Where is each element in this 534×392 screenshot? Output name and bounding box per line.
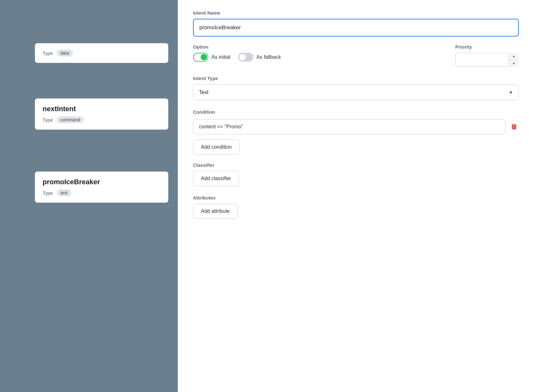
intent-name-label: Intent Name bbox=[193, 10, 519, 16]
intent-type-select[interactable]: Text Command Data Event bbox=[193, 84, 519, 100]
type-badge-2: command bbox=[57, 116, 84, 123]
type-label-1: Type bbox=[43, 51, 53, 56]
card-next-intent[interactable]: nextIntent Type command bbox=[0, 93, 178, 135]
intent-name-input[interactable] bbox=[193, 19, 519, 37]
as-fallback-label: As fallback bbox=[257, 54, 281, 60]
as-fallback-toggle-item: As fallback bbox=[238, 53, 281, 62]
priority-increment-button[interactable]: ▲ bbox=[509, 53, 519, 60]
add-condition-button[interactable]: Add condition bbox=[193, 139, 240, 155]
left-panel: Type data nextIntent Type command promoI… bbox=[0, 0, 178, 392]
as-initial-label: As initial bbox=[211, 54, 230, 60]
card-promo-ice-breaker[interactable]: promoIceBreaker Type text bbox=[0, 166, 178, 208]
right-panel: Intent Name Option As initial As fall bbox=[178, 0, 534, 392]
priority-decrement-button[interactable]: ▼ bbox=[509, 60, 519, 67]
option-label: Option bbox=[193, 44, 443, 50]
type-badge-3: text bbox=[57, 189, 72, 196]
as-initial-toggle[interactable] bbox=[193, 53, 208, 62]
card-data[interactable]: Type data bbox=[0, 38, 178, 68]
intent-type-label: Intent Type bbox=[193, 76, 519, 81]
type-badge-1: data bbox=[57, 50, 73, 57]
add-classifier-button[interactable]: Add classifier bbox=[193, 171, 239, 186]
attributes-label: Attributes bbox=[193, 195, 519, 200]
delete-condition-button[interactable] bbox=[509, 122, 519, 132]
priority-spinners: ▲ ▼ bbox=[509, 53, 519, 67]
type-label-2: Type bbox=[43, 117, 53, 123]
promo-ice-breaker-title: promoIceBreaker bbox=[43, 178, 161, 186]
priority-label: Priority bbox=[455, 44, 519, 50]
trash-icon bbox=[511, 123, 517, 130]
condition-label: Condition bbox=[193, 109, 519, 115]
as-fallback-toggle[interactable] bbox=[238, 53, 253, 62]
classifier-label: Classifier bbox=[193, 162, 519, 168]
condition-input[interactable] bbox=[193, 119, 505, 134]
add-attribute-button[interactable]: Add attribute bbox=[193, 204, 238, 219]
next-intent-title: nextIntent bbox=[43, 105, 161, 113]
type-label-3: Type bbox=[43, 190, 53, 196]
as-initial-toggle-item: As initial bbox=[193, 53, 230, 62]
